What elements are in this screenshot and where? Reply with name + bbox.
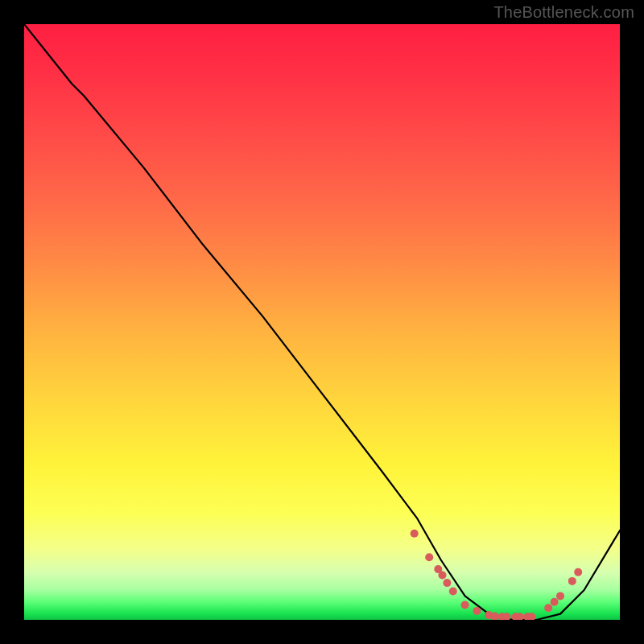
watermark-text: TheBottleneck.com	[493, 3, 634, 22]
data-marker-dot	[443, 579, 451, 587]
data-marker-dot	[574, 568, 582, 576]
data-marker-dot	[461, 601, 469, 609]
data-marker-dot	[411, 530, 419, 538]
data-marker-dot	[568, 577, 576, 585]
data-marker-dot	[551, 598, 559, 606]
data-marker-dot	[439, 572, 447, 580]
data-marker-dot	[449, 588, 457, 596]
data-marker-dot	[425, 553, 433, 561]
data-marker-dot	[473, 607, 481, 615]
chart-frame: TheBottleneck.com	[0, 0, 644, 644]
chart-svg	[24, 24, 620, 620]
data-marker-dot	[544, 604, 552, 612]
bottleneck-curve	[24, 24, 620, 620]
chart-plot-area	[24, 24, 620, 620]
data-marker-dot	[556, 592, 564, 600]
data-markers	[411, 530, 583, 620]
